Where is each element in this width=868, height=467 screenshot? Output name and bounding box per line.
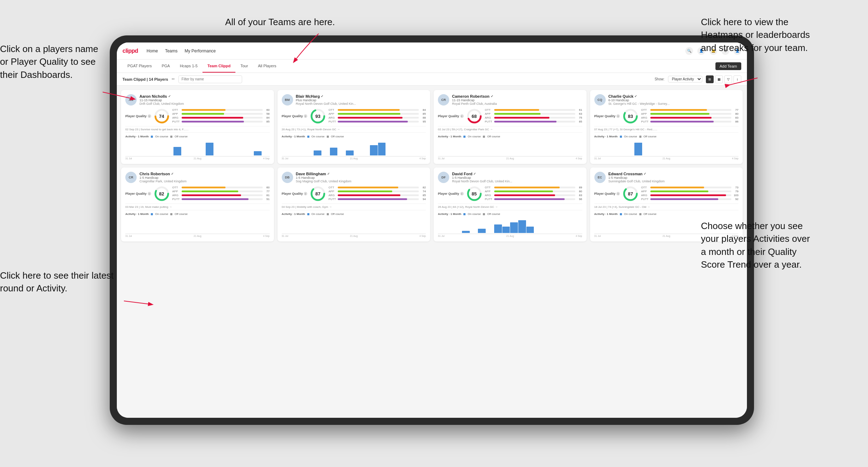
search-icon[interactable]: 🔍 [685, 47, 693, 55]
info-badge: i [616, 114, 620, 118]
latest-round[interactable]: 02 Sep 23 | Sunrise round to get back in… [125, 126, 270, 133]
chart-dates: 31 Jul 21 Aug 4 Sep [125, 235, 270, 237]
player-club: St. George's Hill GC - Weybridge - Surre… [609, 102, 739, 106]
tab-hcaps[interactable]: Hcaps 1-5 [175, 59, 202, 73]
latest-round[interactable]: 04 Sep 23 | Mobility with coach, Gym → [282, 204, 426, 210]
latest-round[interactable]: 26 Aug 23 | 73 (+1), Royal North Devon G… [282, 126, 426, 133]
player-card[interactable]: CR Cameron Robertson ✓ 11-15 Handicap Ro… [434, 90, 587, 164]
tab-pga[interactable]: PGA [157, 59, 175, 73]
player-handicap: Plus Handicap [296, 98, 426, 102]
on-course-dot [151, 136, 153, 138]
donut-chart[interactable]: 83 [623, 108, 638, 124]
off-course-label: Off course [175, 135, 188, 138]
off-course-dot [327, 136, 329, 138]
latest-round[interactable]: 02 Jul 23 | 59 (+17), Craigmillar Park G… [438, 126, 582, 133]
tab-team-clippd[interactable]: Team Clippd [202, 59, 235, 73]
donut-chart[interactable]: 87 [623, 186, 638, 201]
player-name[interactable]: Cameron Robertson ✓ [452, 94, 582, 98]
stat-row-ott: OTT 60 [172, 186, 270, 189]
latest-round[interactable]: 03 Mar 23 | 19, Must make putting → [125, 204, 270, 210]
stat-row-app: APP 80 [641, 112, 738, 115]
donut-chart[interactable]: 74 [154, 108, 170, 124]
show-select[interactable]: Player Activity [668, 76, 702, 82]
latest-round[interactable]: 26 Aug 23 | 84 (+12), Royal North Devon … [438, 204, 582, 210]
player-card[interactable]: BM Blair McHarg ✓ Plus Handicap Royal No… [278, 90, 430, 164]
player-handicap: 1-5 Handicap [296, 176, 426, 180]
player-avatar: DF [438, 172, 449, 183]
round-arrow [120, 294, 156, 308]
latest-round-text: 07 Aug 23 | 77 (+7), St George's Hill GC… [594, 128, 658, 131]
nav-home[interactable]: Home [147, 49, 158, 53]
player-avatar: DB [282, 172, 293, 183]
on-course-dot [463, 213, 466, 215]
off-course-dot [483, 136, 485, 138]
donut-chart[interactable]: 87 [310, 186, 326, 201]
player-name[interactable]: Edward Crossman ✓ [609, 172, 739, 176]
stat-row-app: APP 58 [172, 112, 270, 115]
on-course-label: On course [624, 212, 637, 216]
tab-pgat[interactable]: PGAT Players [122, 59, 157, 73]
player-handicap: 1-5 Handicap [609, 176, 739, 180]
search-input[interactable] [178, 75, 242, 83]
add-team-button[interactable]: Add Team [715, 62, 741, 70]
player-name[interactable]: David Ford ✓ [452, 172, 582, 176]
player-card[interactable]: CR Chris Robertson ✓ 1-5 Handicap Craigm… [121, 167, 274, 241]
player-card[interactable]: AN Aaron Nicholls ✓ 11-15 Handicap Drift… [121, 90, 274, 164]
nav-teams[interactable]: Teams [165, 49, 177, 53]
show-label: Show: [655, 77, 664, 81]
verified-icon: ✓ [321, 95, 324, 98]
grid-view-icon[interactable]: ⊞ [706, 75, 714, 83]
card-header: CR Chris Robertson ✓ 1-5 Handicap Craigm… [125, 172, 270, 183]
stats-bars: OTT 89 APP 80 ARG 83 PUTT 96 [485, 186, 582, 201]
stat-row-putt: PUTT 86 [641, 120, 738, 123]
verified-icon: ✓ [171, 172, 174, 176]
player-name[interactable]: Dave Billingham ✓ [296, 172, 426, 176]
donut-chart[interactable]: 82 [154, 186, 170, 201]
card-header: DB Dave Billingham ✓ 1-5 Handicap Sog Ma… [282, 172, 426, 183]
stats-bars: OTT 60 APP 77 ARG 81 PUTT 91 [172, 186, 270, 201]
donut-chart[interactable]: 68 [467, 108, 482, 124]
latest-round[interactable]: 18 Jul 23 | 74 (+4), Sunningdale GC - Ol… [594, 204, 739, 210]
player-club: Royal North Devon Golf Club, United Kin.… [296, 102, 426, 106]
latest-round-text: 02 Sep 23 | Sunrise round to get back in… [125, 128, 189, 131]
stats-bars: OTT 61 APP 63 ARG 75 PUTT 85 [485, 108, 582, 124]
nav-performance[interactable]: My Performance [184, 49, 216, 53]
player-name[interactable]: Chris Robertson ✓ [139, 172, 270, 176]
quality-section: Player Quality i 68 OTT 61 APP 63 [438, 108, 582, 124]
player-name[interactable]: Blair McHarg ✓ [296, 94, 426, 98]
activity-header: Activity · 1 Month On course Off course [594, 135, 739, 138]
player-club: Sog Maging Golf Club, United Kingdom [296, 180, 426, 183]
donut-chart[interactable]: 93 [310, 108, 326, 124]
list-view-icon[interactable]: ▦ [715, 75, 723, 83]
stats-bars: OTT 84 APP 85 ARG 88 PUTT 95 [329, 108, 426, 124]
off-course-dot [170, 136, 172, 138]
latest-round[interactable]: 07 Aug 23 | 77 (+7), St George's Hill GC… [594, 126, 739, 133]
stat-row-arg: ARG 103 [641, 194, 738, 197]
player-card[interactable]: DB Dave Billingham ✓ 1-5 Handicap Sog Ma… [278, 167, 430, 241]
player-card[interactable]: DF David Ford ✓ 1-5 Handicap Royal North… [434, 167, 587, 241]
player-name[interactable]: Aaron Nicholls ✓ [139, 94, 270, 98]
stat-row-arg: ARG 81 [172, 194, 270, 197]
player-info: Edward Crossman ✓ 1-5 Handicap Sunningda… [609, 172, 739, 183]
stat-row-putt: PUTT 85 [172, 120, 270, 123]
player-club: Craigmillar Park, United Kingdom [139, 180, 270, 183]
donut-chart[interactable]: 85 [467, 186, 482, 201]
edit-icon[interactable]: ✏ [172, 77, 175, 81]
stat-row-putt: PUTT 96 [485, 198, 582, 201]
player-name[interactable]: Charlie Quick ✓ [609, 94, 739, 98]
donut-score: 85 [472, 191, 476, 197]
latest-round-text: 02 Jul 23 | 59 (+17), Craigmillar Park G… [438, 128, 493, 131]
stat-row-ott: OTT 77 [641, 108, 738, 112]
player-card[interactable]: CQ Charlie Quick ✓ 6-10 Handicap St. Geo… [590, 90, 743, 164]
stat-row-app: APP 80 [485, 190, 582, 193]
chart-dates: 31 Jul 21 Aug 4 Sep [438, 235, 582, 237]
donut-score: 82 [159, 191, 164, 197]
off-course-dot [639, 136, 641, 138]
latest-round-text: 26 Aug 23 | 84 (+12), Royal North Devon … [438, 205, 498, 209]
off-course-label: Off course [487, 212, 500, 216]
cards-container: AN Aaron Nicholls ✓ 11-15 Handicap Drift… [117, 86, 747, 418]
quality-label: Player Quality i [282, 114, 308, 118]
ipad-screen: clippd Home Teams My Performance 🔍 👤 🔔 ⚙… [117, 42, 747, 418]
donut-score: 68 [472, 114, 476, 119]
activity-header: Activity · 1 Month On course Off course [125, 212, 270, 216]
